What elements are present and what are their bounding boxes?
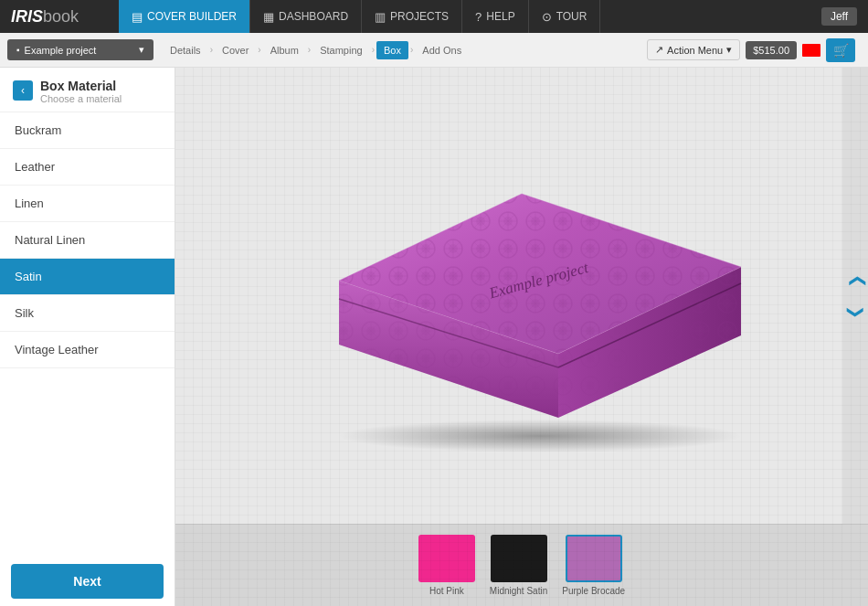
nav-item-cover-builder[interactable]: ▤COVER BUILDER	[119, 0, 250, 33]
swatch-item-purple-brocade[interactable]: Purple Brocade	[562, 535, 625, 596]
preview-area: Example project ❯ ❯	[175, 68, 868, 524]
swatch-label-midnight-satin: Midnight Satin	[490, 586, 547, 596]
nav-icon-help: ?	[475, 10, 482, 24]
panel-subtitle: Choose a material	[40, 93, 122, 104]
breadcrumb-step-album[interactable]: Album	[263, 41, 306, 59]
breadcrumb-step-addons[interactable]: Add Ons	[415, 41, 469, 59]
top-nav: IRISbook ▤COVER BUILDER▦DASHBOARD▥PROJEC…	[0, 0, 868, 33]
share-icon: ↗	[655, 44, 663, 56]
nav-icon-dashboard: ▦	[263, 10, 274, 24]
project-icon: ▪	[16, 45, 20, 55]
swatch-color-midnight-satin	[491, 535, 547, 582]
step-arrow-4: ›	[370, 45, 376, 55]
panel-title: Box Material	[40, 79, 122, 93]
breadcrumb-steps: Details›Cover›Album›Stamping›Box›Add Ons	[153, 41, 647, 59]
panel-title-block: Box Material Choose a material	[40, 79, 122, 104]
swatch-color-purple-brocade	[566, 535, 622, 582]
step-arrow-1: ›	[208, 45, 215, 55]
canada-flag-icon	[802, 44, 820, 57]
material-item-buckram[interactable]: Buckram	[0, 112, 175, 149]
material-item-linen[interactable]: Linen	[0, 186, 175, 222]
step-arrow-3: ›	[306, 45, 312, 55]
back-button[interactable]: ‹	[13, 80, 33, 101]
project-selector[interactable]: ▪ Example project ▾	[7, 39, 153, 60]
action-menu-arrow-icon: ▾	[726, 44, 732, 56]
breadcrumb-step-box[interactable]: Box	[376, 41, 408, 59]
material-item-leather[interactable]: Leather	[0, 149, 175, 186]
breadcrumb-actions: ↗ Action Menu ▾ $515.00 🛒	[647, 38, 861, 62]
price-badge: $515.00	[746, 41, 797, 59]
app-logo: IRISbook	[0, 7, 119, 27]
nav-label-tour: TOUR	[556, 10, 587, 23]
nav-item-projects[interactable]: ▥PROJECTS	[362, 0, 462, 33]
nav-label-projects: PROJECTS	[390, 10, 449, 23]
nav-icon-tour: ⊙	[542, 10, 552, 24]
scroll-down-button[interactable]: ❯	[842, 301, 868, 322]
nav-item-help[interactable]: ?HELP	[462, 0, 529, 33]
nav-label-help: HELP	[486, 10, 514, 23]
swatch-label-hot-pink: Hot Pink	[429, 586, 464, 596]
cart-button[interactable]: 🛒	[826, 38, 855, 62]
panel-header: ‹ Box Material Choose a material	[0, 68, 175, 112]
logo-book: book	[43, 7, 79, 27]
side-arrows: ❯ ❯	[842, 68, 868, 524]
box-shadow	[339, 420, 741, 452]
nav-right: Jeff	[810, 7, 868, 26]
main-content: Example project ❯ ❯ Hot PinkMidnight Sat…	[175, 68, 868, 606]
breadcrumb-step-details[interactable]: Details	[163, 41, 208, 59]
nav-items: ▤COVER BUILDER▦DASHBOARD▥PROJECTS?HELP⊙T…	[119, 0, 810, 33]
swatch-item-hot-pink[interactable]: Hot Pink	[418, 535, 475, 596]
project-name: Example project	[25, 45, 97, 56]
user-menu-button[interactable]: Jeff	[821, 7, 857, 26]
swatch-color-hot-pink	[418, 535, 475, 582]
action-menu-button[interactable]: ↗ Action Menu ▾	[647, 39, 740, 60]
box-preview: Example project	[275, 125, 768, 467]
nav-icon-projects: ▥	[375, 10, 386, 24]
nav-item-dashboard[interactable]: ▦DASHBOARD	[250, 0, 362, 33]
back-icon: ‹	[21, 84, 25, 97]
next-button[interactable]: Next	[11, 564, 164, 599]
box-svg: Example project	[275, 125, 768, 463]
cart-icon: 🛒	[833, 43, 849, 58]
material-item-satin[interactable]: Satin	[0, 259, 175, 295]
nav-label-cover-builder: COVER BUILDER	[147, 10, 237, 23]
dropdown-arrow-icon: ▾	[139, 44, 144, 56]
main-layout: ‹ Box Material Choose a material Buckram…	[0, 68, 868, 606]
material-item-silk[interactable]: Silk	[0, 295, 175, 332]
material-item-natural-linen[interactable]: Natural Linen	[0, 222, 175, 259]
swatch-strip: Hot PinkMidnight SatinPurple Brocade	[175, 524, 868, 606]
breadcrumb-step-cover[interactable]: Cover	[215, 41, 256, 59]
breadcrumb-bar: ▪ Example project ▾ Details›Cover›Album›…	[0, 33, 868, 68]
material-list: BuckramLeatherLinenNatural LinenSatinSil…	[0, 112, 175, 557]
breadcrumb-step-stamping[interactable]: Stamping	[312, 41, 369, 59]
material-item-vintage-leather[interactable]: Vintage Leather	[0, 332, 175, 368]
nav-item-tour[interactable]: ⊙TOUR	[529, 0, 601, 33]
left-panel: ‹ Box Material Choose a material Buckram…	[0, 68, 175, 606]
swatch-label-purple-brocade: Purple Brocade	[562, 586, 625, 596]
step-arrow-5: ›	[408, 45, 415, 55]
logo-iris: IRIS	[11, 7, 43, 27]
swatch-item-midnight-satin[interactable]: Midnight Satin	[490, 535, 547, 596]
nav-icon-cover-builder: ▤	[132, 10, 143, 24]
step-arrow-2: ›	[256, 45, 262, 55]
nav-label-dashboard: DASHBOARD	[279, 10, 348, 23]
scroll-up-button[interactable]: ❯	[842, 270, 868, 291]
action-menu-label: Action Menu	[667, 45, 723, 56]
